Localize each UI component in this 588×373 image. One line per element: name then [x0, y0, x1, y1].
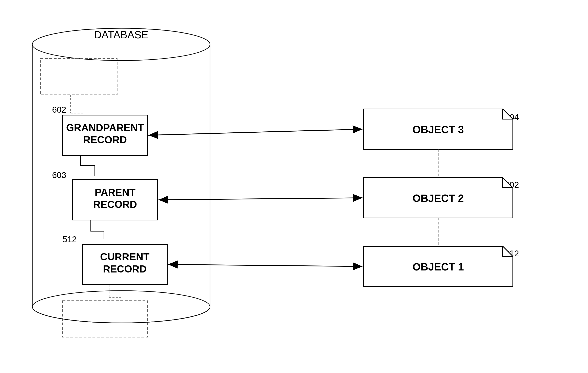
- ref-512: 512: [63, 235, 77, 244]
- database-label: DATABASE: [94, 29, 148, 41]
- grandparent-record-label: GRANDPARENT: [66, 122, 144, 134]
- parent-record-label: PARENT: [95, 187, 136, 198]
- ref-602: 602: [52, 105, 66, 114]
- object1-label: OBJECT 1: [412, 261, 464, 273]
- object2-label: OBJECT 2: [412, 192, 464, 204]
- grandparent-record-label2: RECORD: [83, 134, 127, 145]
- current-record-label2: RECORD: [103, 263, 147, 275]
- parent-record-label2: RECORD: [93, 199, 137, 210]
- diagram: DATABASE 602 GRANDPARENT RECORD 603 PARE…: [0, 0, 588, 373]
- object3-label: OBJECT 3: [412, 124, 464, 135]
- ref-603: 603: [52, 170, 66, 180]
- current-record-label: CURRENT: [100, 251, 149, 263]
